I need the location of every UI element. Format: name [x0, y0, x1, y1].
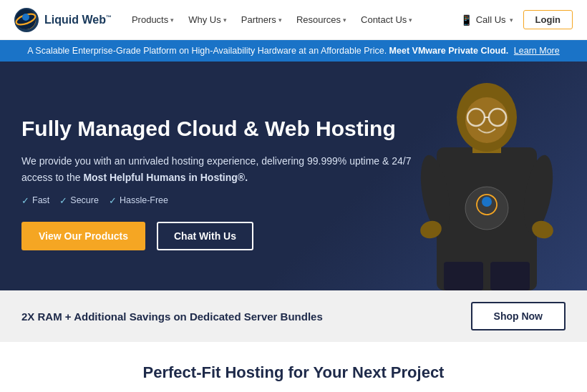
logo-icon [14, 8, 39, 32]
person-svg [415, 69, 558, 290]
shop-now-button[interactable]: Shop Now [471, 302, 566, 330]
badge-secure: ✓ Secure [59, 195, 99, 206]
phone-icon: 📱 [460, 14, 472, 26]
badge-fast: ✓ Fast [21, 195, 49, 206]
call-us-button[interactable]: 📱 Call Us ▾ [460, 14, 513, 26]
hero-subtitle: We provide you with an unrivaled hosting… [21, 153, 422, 185]
badge-hassle-free: ✓ Hassle-Free [109, 195, 168, 206]
svg-point-6 [465, 97, 508, 143]
nav-item-whyus[interactable]: Why Us ▾ [188, 14, 227, 25]
check-icon: ✓ [59, 195, 67, 206]
navbar-left: Liquid Web™ Products ▾ Why Us ▾ Partners… [14, 8, 412, 32]
nav-item-products[interactable]: Products ▾ [132, 14, 174, 25]
svg-rect-18 [490, 262, 530, 290]
svg-rect-17 [444, 262, 483, 290]
bottom-section: Perfect-Fit Hosting for Your Next Projec… [0, 342, 587, 392]
top-banner: A Scalable Enterprise-Grade Platform on … [0, 40, 587, 62]
navbar: Liquid Web™ Products ▾ Why Us ▾ Partners… [0, 0, 587, 40]
logo-text: Liquid Web™ [44, 14, 112, 26]
banner-text: A Scalable Enterprise-Grade Platform on … [27, 46, 387, 56]
hero-content: Fully Managed Cloud & Web Hosting We pro… [21, 116, 422, 250]
hero-title: Fully Managed Cloud & Web Hosting [21, 116, 422, 142]
bottom-title: Perfect-Fit Hosting for Your Next Projec… [14, 363, 573, 382]
login-button[interactable]: Login [523, 10, 573, 29]
hero-badges: ✓ Fast ✓ Secure ✓ Hassle-Free [21, 195, 422, 206]
nav-item-partners[interactable]: Partners ▾ [241, 14, 282, 25]
nav-menu: Products ▾ Why Us ▾ Partners ▾ Resources… [132, 14, 412, 25]
banner-highlight: Meet VMware Private Cloud. [389, 46, 509, 56]
logo[interactable]: Liquid Web™ [14, 8, 112, 32]
chevron-down-icon: ▾ [170, 16, 174, 24]
banner-link[interactable]: Learn More [514, 46, 560, 56]
chevron-down-icon: ▾ [343, 16, 346, 24]
svg-point-10 [465, 187, 508, 230]
chevron-down-icon: ▾ [510, 16, 513, 24]
hero-buttons: View Our Products Chat With Us [21, 222, 422, 250]
navbar-right: 📱 Call Us ▾ Login [460, 10, 573, 29]
hero-person-image [408, 69, 566, 290]
check-icon: ✓ [109, 195, 117, 206]
svg-point-2 [22, 14, 29, 21]
promo-strip: 2X RAM + Additional Savings on Dedicated… [0, 290, 587, 342]
chat-with-us-button[interactable]: Chat With Us [157, 222, 253, 250]
hero-section: Fully Managed Cloud & Web Hosting We pro… [0, 62, 587, 290]
promo-text: 2X RAM + Additional Savings on Dedicated… [21, 310, 323, 323]
chevron-down-icon: ▾ [409, 16, 412, 24]
svg-point-12 [482, 197, 492, 207]
nav-item-resources[interactable]: Resources ▾ [296, 14, 346, 25]
view-products-button[interactable]: View Our Products [21, 222, 145, 250]
nav-item-contact[interactable]: Contact Us ▾ [361, 14, 412, 25]
check-icon: ✓ [21, 195, 29, 206]
chevron-down-icon: ▾ [223, 16, 227, 24]
chevron-down-icon: ▾ [278, 16, 282, 24]
